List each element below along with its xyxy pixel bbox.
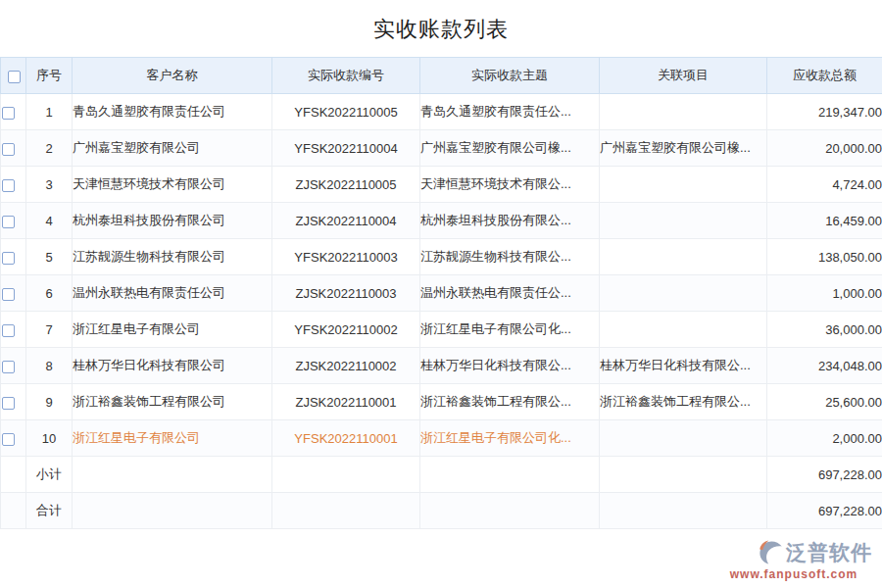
related-project-link[interactable] [600, 420, 767, 457]
row-checkbox[interactable] [2, 143, 15, 156]
receipt-subject-link[interactable]: 浙江红星电子有限公司化... [420, 420, 600, 457]
table-summary: 小计 697,228.00 合计 697,228.00 [1, 457, 882, 529]
select-all-checkbox[interactable] [8, 71, 21, 83]
column-header-customer: 客户名称 [73, 58, 272, 94]
related-project-link[interactable] [600, 167, 767, 203]
receivable-amount: 234,048.00 [767, 348, 882, 384]
receipt-subject-link[interactable]: 杭州泰坦科技股份有限公... [420, 203, 600, 239]
row-number: 3 [26, 167, 73, 203]
receipt-code-link[interactable]: ZJSK2022110002 [272, 348, 420, 384]
row-number: 7 [26, 312, 73, 348]
row-checkbox-cell [1, 203, 26, 239]
brand-name: 泛普软件 [786, 542, 872, 563]
table-row: 5 江苏靓源生物科技有限公司 YFSK2022110003 江苏靓源生物科技有限… [1, 239, 882, 275]
receivable-amount: 219,347.00 [767, 94, 882, 130]
column-header-num: 序号 [26, 58, 73, 94]
table-row: 6 温州永联热电有限责任公司 ZJSK2022110003 温州永联热电有限责任… [1, 275, 882, 312]
subtotal-amount: 697,228.00 [767, 457, 882, 493]
receipts-list-page: 实收账款列表 序号 客户名称 实际收款编号 实际收款主题 关联项目 应收款总额 [0, 0, 882, 588]
customer-name-link[interactable]: 浙江红星电子有限公司 [73, 312, 272, 348]
receivable-amount: 25,600.00 [767, 384, 882, 420]
column-header-subject: 实际收款主题 [420, 58, 600, 94]
row-checkbox-cell [1, 94, 26, 130]
related-project-link[interactable]: 浙江裕鑫装饰工程有限公... [600, 384, 767, 420]
receipt-code-link[interactable]: YFSK2022110001 [272, 420, 420, 457]
receipt-code-link[interactable]: ZJSK2022110004 [272, 203, 420, 239]
total-amount: 697,228.00 [767, 493, 882, 529]
table-body: 1 青岛久通塑胶有限责任公司 YFSK2022110005 青岛久通塑胶有限责任… [1, 94, 882, 457]
customer-name-link[interactable]: 浙江裕鑫装饰工程有限公司 [73, 384, 272, 420]
row-checkbox[interactable] [2, 288, 15, 301]
row-number: 2 [26, 130, 73, 167]
receipt-subject-link[interactable]: 温州永联热电有限责任公... [420, 275, 600, 312]
row-checkbox-cell [1, 312, 26, 348]
total-label: 合计 [26, 493, 73, 529]
customer-name-link[interactable]: 江苏靓源生物科技有限公司 [73, 239, 272, 275]
related-project-link[interactable] [600, 94, 767, 130]
receipt-code-link[interactable]: YFSK2022110005 [272, 94, 420, 130]
customer-name-link[interactable]: 杭州泰坦科技股份有限公司 [73, 203, 272, 239]
column-header-project: 关联项目 [600, 58, 767, 94]
subtotal-row: 小计 697,228.00 [1, 457, 882, 493]
receivable-amount: 4,724.00 [767, 167, 882, 203]
row-checkbox[interactable] [2, 252, 15, 265]
table-row: 4 杭州泰坦科技股份有限公司 ZJSK2022110004 杭州泰坦科技股份有限… [1, 203, 882, 239]
row-checkbox-cell [1, 420, 26, 457]
row-number: 1 [26, 94, 73, 130]
receipt-subject-link[interactable]: 浙江裕鑫装饰工程有限公... [420, 384, 600, 420]
receipt-subject-link[interactable]: 桂林万华日化科技有限公... [420, 348, 600, 384]
related-project-link[interactable] [600, 203, 767, 239]
receipts-table: 序号 客户名称 实际收款编号 实际收款主题 关联项目 应收款总额 1 青岛久通塑… [0, 57, 882, 529]
table-row: 3 天津恒慧环境技术有限公司 ZJSK2022110005 天津恒慧环境技术有限… [1, 167, 882, 203]
related-project-link[interactable] [600, 239, 767, 275]
row-checkbox-cell [1, 275, 26, 312]
receipt-subject-link[interactable]: 浙江红星电子有限公司化... [420, 312, 600, 348]
customer-name-link[interactable]: 桂林万华日化科技有限公司 [73, 348, 272, 384]
customer-name-link[interactable]: 温州永联热电有限责任公司 [73, 275, 272, 312]
receivable-amount: 138,050.00 [767, 239, 882, 275]
receipt-code-link[interactable]: ZJSK2022110001 [272, 384, 420, 420]
row-checkbox-cell [1, 384, 26, 420]
table-row: 7 浙江红星电子有限公司 YFSK2022110002 浙江红星电子有限公司化.… [1, 312, 882, 348]
row-checkbox[interactable] [2, 107, 15, 120]
related-project-link[interactable]: 广州嘉宝塑胶有限公司橡... [600, 130, 767, 167]
receipt-code-link[interactable]: YFSK2022110004 [272, 130, 420, 167]
table-row: 2 广州嘉宝塑胶有限公司 YFSK2022110004 广州嘉宝塑胶有限公司橡.… [1, 130, 882, 167]
related-project-link[interactable] [600, 275, 767, 312]
row-checkbox[interactable] [2, 397, 15, 410]
receipt-subject-link[interactable]: 江苏靓源生物科技有限公... [420, 239, 600, 275]
related-project-link[interactable] [600, 312, 767, 348]
receipt-code-link[interactable]: YFSK2022110003 [272, 239, 420, 275]
table-row: 9 浙江裕鑫装饰工程有限公司 ZJSK2022110001 浙江裕鑫装饰工程有限… [1, 384, 882, 420]
receipt-subject-link[interactable]: 青岛久通塑胶有限责任公... [420, 94, 600, 130]
row-checkbox[interactable] [2, 324, 15, 337]
receipt-subject-link[interactable]: 广州嘉宝塑胶有限公司橡... [420, 130, 600, 167]
row-checkbox[interactable] [2, 361, 15, 373]
table-row: 10 浙江红星电子有限公司 YFSK2022110001 浙江红星电子有限公司化… [1, 420, 882, 457]
brand-url-link[interactable]: www.fanpusoft.com [715, 568, 872, 580]
row-checkbox[interactable] [2, 216, 15, 228]
row-number: 5 [26, 239, 73, 275]
related-project-link[interactable]: 桂林万华日化科技有限公... [600, 348, 767, 384]
table-row: 8 桂林万华日化科技有限公司 ZJSK2022110002 桂林万华日化科技有限… [1, 348, 882, 384]
receivable-amount: 1,000.00 [767, 275, 882, 312]
receipt-code-link[interactable]: ZJSK2022110005 [272, 167, 420, 203]
row-checkbox-cell [1, 167, 26, 203]
receipt-subject-link[interactable]: 天津恒慧环境技术有限公... [420, 167, 600, 203]
customer-name-link[interactable]: 广州嘉宝塑胶有限公司 [73, 130, 272, 167]
receipt-code-link[interactable]: ZJSK2022110003 [272, 275, 420, 312]
total-checkbox-cell [1, 493, 26, 529]
customer-name-link[interactable]: 天津恒慧环境技术有限公司 [73, 167, 272, 203]
column-header-amount: 应收款总额 [767, 58, 882, 94]
subtotal-checkbox-cell [1, 457, 26, 493]
row-checkbox[interactable] [2, 433, 15, 446]
customer-name-link[interactable]: 青岛久通塑胶有限责任公司 [73, 94, 272, 130]
row-checkbox[interactable] [2, 179, 15, 192]
receivable-amount: 2,000.00 [767, 420, 882, 457]
receipt-code-link[interactable]: YFSK2022110002 [272, 312, 420, 348]
customer-name-link[interactable]: 浙江红星电子有限公司 [73, 420, 272, 457]
row-number: 4 [26, 203, 73, 239]
table-row: 1 青岛久通塑胶有限责任公司 YFSK2022110005 青岛久通塑胶有限责任… [1, 94, 882, 130]
row-checkbox-cell [1, 130, 26, 167]
column-header-code: 实际收款编号 [272, 58, 420, 94]
